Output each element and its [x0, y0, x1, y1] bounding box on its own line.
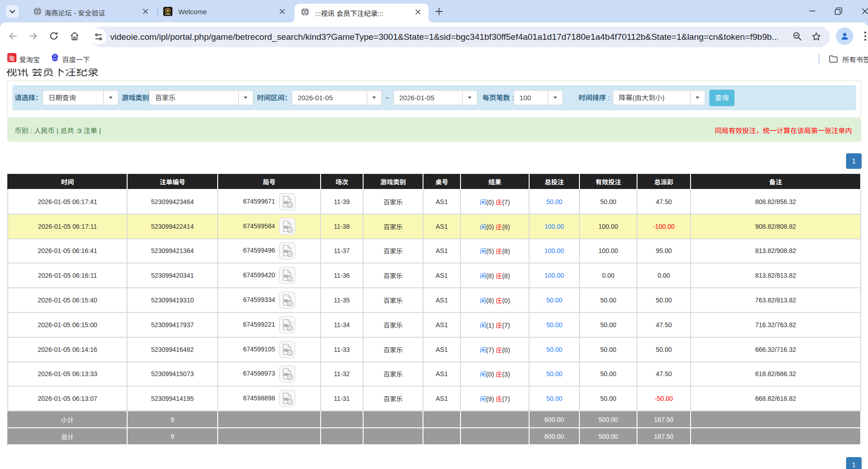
- svg-text:du: du: [53, 57, 57, 61]
